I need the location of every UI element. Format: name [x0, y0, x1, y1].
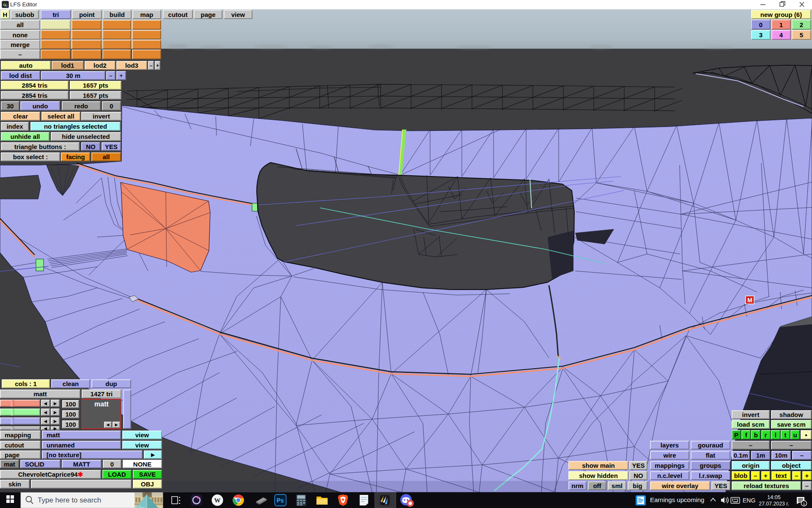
- svg-text:ENG: ENG: [743, 497, 755, 504]
- svg-text:Type here to search: Type here to search: [38, 496, 101, 504]
- svg-text:Ps: Ps: [277, 497, 284, 504]
- svg-text:W: W: [214, 497, 221, 504]
- svg-text:27.07.2023 г.: 27.07.2023 г.: [759, 501, 789, 507]
- svg-text:1: 1: [803, 502, 805, 506]
- svg-text:M: M: [747, 297, 752, 304]
- svg-text:14:05: 14:05: [767, 494, 780, 500]
- svg-text:Earnings upcoming: Earnings upcoming: [650, 496, 704, 503]
